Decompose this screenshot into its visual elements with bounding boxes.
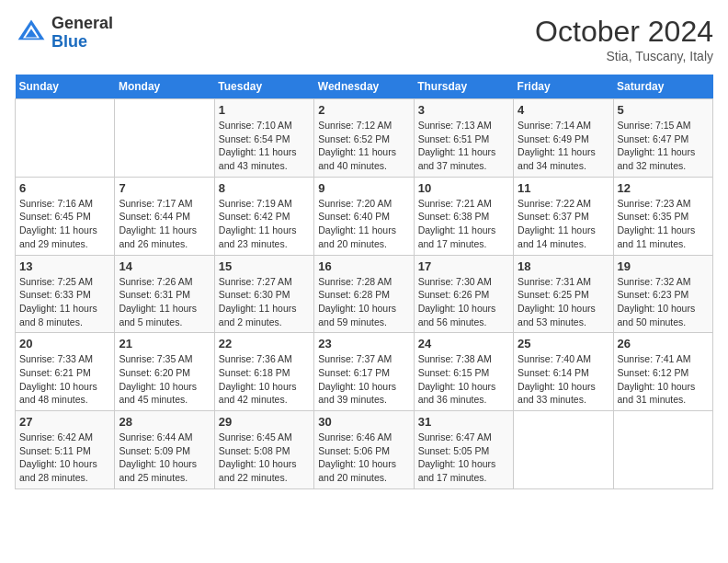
day-number: 7	[119, 181, 210, 195]
day-content: Sunrise: 7:37 AM Sunset: 6:17 PM Dayligh…	[318, 352, 409, 407]
calendar-cell	[115, 99, 214, 178]
day-content: Sunrise: 7:40 AM Sunset: 6:14 PM Dayligh…	[518, 352, 609, 407]
day-number: 17	[418, 259, 509, 273]
calendar-week-4: 20Sunrise: 7:33 AM Sunset: 6:21 PM Dayli…	[16, 333, 713, 411]
weekday-header-wednesday: Wednesday	[314, 75, 414, 99]
day-number: 23	[318, 337, 409, 350]
day-content: Sunrise: 7:35 AM Sunset: 6:20 PM Dayligh…	[119, 352, 210, 407]
day-content: Sunrise: 7:31 AM Sunset: 6:25 PM Dayligh…	[518, 275, 609, 329]
calendar-cell: 25Sunrise: 7:40 AM Sunset: 6:14 PM Dayli…	[514, 333, 613, 411]
day-number: 25	[518, 337, 609, 350]
day-content: Sunrise: 7:13 AM Sunset: 6:51 PM Dayligh…	[418, 119, 509, 173]
calendar-cell: 24Sunrise: 7:38 AM Sunset: 6:15 PM Dayli…	[414, 333, 513, 411]
day-number: 26	[618, 337, 709, 350]
weekday-header-saturday: Saturday	[613, 75, 712, 99]
calendar-cell: 13Sunrise: 7:25 AM Sunset: 6:33 PM Dayli…	[16, 255, 115, 333]
day-number: 8	[219, 181, 310, 195]
day-number: 5	[618, 103, 709, 117]
calendar-week-1: 1Sunrise: 7:10 AM Sunset: 6:54 PM Daylig…	[16, 99, 713, 178]
day-number: 31	[418, 415, 509, 429]
day-number: 28	[119, 415, 210, 429]
day-content: Sunrise: 7:14 AM Sunset: 6:49 PM Dayligh…	[518, 119, 609, 173]
calendar-cell: 17Sunrise: 7:30 AM Sunset: 6:26 PM Dayli…	[414, 255, 513, 333]
calendar-cell: 16Sunrise: 7:28 AM Sunset: 6:28 PM Dayli…	[314, 255, 414, 333]
calendar-week-5: 27Sunrise: 6:42 AM Sunset: 5:11 PM Dayli…	[16, 411, 713, 489]
day-content: Sunrise: 7:28 AM Sunset: 6:28 PM Dayligh…	[318, 275, 409, 329]
logo-text-general: General	[51, 15, 113, 33]
calendar-cell: 6Sunrise: 7:16 AM Sunset: 6:45 PM Daylig…	[16, 177, 115, 255]
day-content: Sunrise: 7:17 AM Sunset: 6:44 PM Dayligh…	[119, 197, 210, 251]
calendar-cell: 21Sunrise: 7:35 AM Sunset: 6:20 PM Dayli…	[115, 333, 214, 411]
calendar-cell: 26Sunrise: 7:41 AM Sunset: 6:12 PM Dayli…	[613, 333, 712, 411]
day-number: 16	[318, 259, 409, 273]
day-number: 13	[19, 259, 110, 273]
day-number: 12	[618, 181, 709, 195]
day-content: Sunrise: 6:46 AM Sunset: 5:06 PM Dayligh…	[318, 431, 409, 485]
day-content: Sunrise: 7:26 AM Sunset: 6:31 PM Dayligh…	[119, 275, 210, 329]
day-content: Sunrise: 7:10 AM Sunset: 6:54 PM Dayligh…	[219, 119, 310, 173]
calendar-cell: 4Sunrise: 7:14 AM Sunset: 6:49 PM Daylig…	[514, 99, 613, 178]
calendar-cell: 11Sunrise: 7:22 AM Sunset: 6:37 PM Dayli…	[514, 177, 613, 255]
calendar-week-2: 6Sunrise: 7:16 AM Sunset: 6:45 PM Daylig…	[16, 177, 713, 255]
day-number: 20	[19, 337, 110, 350]
day-number: 27	[19, 415, 110, 429]
day-number: 30	[318, 415, 409, 429]
calendar-cell: 10Sunrise: 7:21 AM Sunset: 6:38 PM Dayli…	[414, 177, 513, 255]
calendar-cell: 23Sunrise: 7:37 AM Sunset: 6:17 PM Dayli…	[314, 333, 414, 411]
calendar-cell: 22Sunrise: 7:36 AM Sunset: 6:18 PM Dayli…	[214, 333, 313, 411]
day-number: 11	[518, 181, 609, 195]
day-content: Sunrise: 7:12 AM Sunset: 6:52 PM Dayligh…	[318, 119, 409, 173]
day-content: Sunrise: 7:20 AM Sunset: 6:40 PM Dayligh…	[318, 197, 409, 251]
month-title: October 2024	[535, 15, 713, 49]
calendar-cell: 8Sunrise: 7:19 AM Sunset: 6:42 PM Daylig…	[214, 177, 313, 255]
logo-icon	[15, 17, 48, 50]
calendar-body: 1Sunrise: 7:10 AM Sunset: 6:54 PM Daylig…	[16, 99, 713, 489]
day-number: 3	[418, 103, 509, 117]
logo-text-blue: Blue	[51, 33, 113, 52]
weekday-header-friday: Friday	[514, 75, 613, 99]
day-number: 19	[618, 259, 709, 273]
day-content: Sunrise: 7:38 AM Sunset: 6:15 PM Dayligh…	[418, 352, 509, 407]
weekday-row: SundayMondayTuesdayWednesdayThursdayFrid…	[16, 75, 713, 99]
calendar-table: SundayMondayTuesdayWednesdayThursdayFrid…	[15, 75, 713, 489]
day-content: Sunrise: 6:45 AM Sunset: 5:08 PM Dayligh…	[219, 431, 310, 485]
day-number: 1	[219, 103, 310, 117]
day-content: Sunrise: 7:21 AM Sunset: 6:38 PM Dayligh…	[418, 197, 509, 251]
day-content: Sunrise: 7:33 AM Sunset: 6:21 PM Dayligh…	[19, 352, 110, 407]
calendar-cell: 7Sunrise: 7:17 AM Sunset: 6:44 PM Daylig…	[115, 177, 214, 255]
day-content: Sunrise: 7:16 AM Sunset: 6:45 PM Dayligh…	[19, 197, 110, 251]
day-number: 21	[119, 337, 210, 350]
calendar-cell: 28Sunrise: 6:44 AM Sunset: 5:09 PM Dayli…	[115, 411, 214, 489]
day-number: 14	[119, 259, 210, 273]
weekday-header-monday: Monday	[115, 75, 214, 99]
day-content: Sunrise: 6:47 AM Sunset: 5:05 PM Dayligh…	[418, 431, 509, 485]
page-header: General Blue October 2024 Stia, Tuscany,…	[15, 15, 713, 63]
day-content: Sunrise: 7:36 AM Sunset: 6:18 PM Dayligh…	[219, 352, 310, 407]
calendar-week-3: 13Sunrise: 7:25 AM Sunset: 6:33 PM Dayli…	[16, 255, 713, 333]
day-content: Sunrise: 7:19 AM Sunset: 6:42 PM Dayligh…	[219, 197, 310, 251]
calendar-cell: 2Sunrise: 7:12 AM Sunset: 6:52 PM Daylig…	[314, 99, 414, 178]
day-number: 9	[318, 181, 409, 195]
day-content: Sunrise: 7:41 AM Sunset: 6:12 PM Dayligh…	[618, 352, 709, 407]
calendar-cell: 29Sunrise: 6:45 AM Sunset: 5:08 PM Dayli…	[214, 411, 313, 489]
calendar-cell	[613, 411, 712, 489]
day-number: 6	[19, 181, 110, 195]
day-number: 22	[219, 337, 310, 350]
calendar-cell: 5Sunrise: 7:15 AM Sunset: 6:47 PM Daylig…	[613, 99, 712, 178]
day-number: 10	[418, 181, 509, 195]
calendar-cell: 3Sunrise: 7:13 AM Sunset: 6:51 PM Daylig…	[414, 99, 513, 178]
calendar-cell	[16, 99, 115, 178]
weekday-header-thursday: Thursday	[414, 75, 513, 99]
title-block: October 2024 Stia, Tuscany, Italy	[535, 15, 713, 63]
day-content: Sunrise: 6:42 AM Sunset: 5:11 PM Dayligh…	[19, 431, 110, 485]
calendar-cell: 1Sunrise: 7:10 AM Sunset: 6:54 PM Daylig…	[214, 99, 313, 178]
day-number: 4	[518, 103, 609, 117]
day-number: 2	[318, 103, 409, 117]
logo: General Blue	[15, 15, 113, 52]
day-content: Sunrise: 7:23 AM Sunset: 6:35 PM Dayligh…	[618, 197, 709, 251]
calendar-cell: 18Sunrise: 7:31 AM Sunset: 6:25 PM Dayli…	[514, 255, 613, 333]
day-number: 15	[219, 259, 310, 273]
day-number: 24	[418, 337, 509, 350]
calendar-cell: 30Sunrise: 6:46 AM Sunset: 5:06 PM Dayli…	[314, 411, 414, 489]
calendar-cell: 19Sunrise: 7:32 AM Sunset: 6:23 PM Dayli…	[613, 255, 712, 333]
